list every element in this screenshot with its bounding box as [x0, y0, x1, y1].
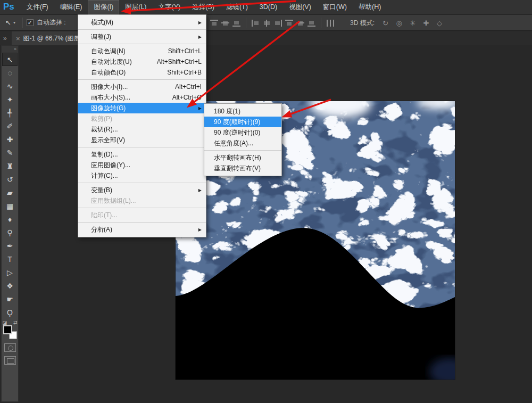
align-right-edges-icon[interactable]: [274, 20, 282, 27]
menu-filter[interactable]: 滤镜(T): [220, 0, 254, 14]
menu-item-calculations[interactable]: 计算(C)...: [78, 170, 206, 181]
menu-select[interactable]: 选择(S): [186, 0, 220, 14]
align-left-edges-icon[interactable]: [252, 20, 260, 27]
menu-edit[interactable]: 编辑(E): [54, 0, 88, 14]
zoom-tool[interactable]: Ϙ: [2, 306, 18, 319]
dodge-tool[interactable]: ⚲: [2, 226, 18, 239]
menu-window[interactable]: 窗口(W): [317, 0, 353, 14]
history-brush-tool[interactable]: ↺: [2, 172, 18, 186]
alignment-controls: 3D 模式: ↻ ◎ ✳ ✚ ◇: [209, 15, 445, 31]
align-top-edges-icon[interactable]: [210, 20, 218, 27]
3d-drag-icon[interactable]: ✳: [410, 19, 415, 27]
distribute-top-edges-icon[interactable]: [285, 20, 293, 27]
clone-stamp-tool[interactable]: ♜: [2, 159, 18, 172]
tools-collapse-icon[interactable]: »: [2, 46, 18, 53]
menu-bar: Ps 文件(F) 编辑(E) 图像(I) 图层(L) 文字(Y) 选择(S) 滤…: [0, 0, 532, 14]
eraser-tool-icon: ▰: [7, 188, 13, 197]
menu-item-canvas-size[interactable]: 画布大小(S)... Alt+Ctrl+C: [78, 92, 206, 103]
menu-image[interactable]: 图像(I): [88, 0, 119, 14]
history-brush-tool-icon: ↺: [7, 175, 13, 184]
type-tool[interactable]: T: [2, 252, 18, 266]
menu-item-label: 应用图像(Y)...: [91, 161, 130, 170]
menu-item-label: 裁切(R)...: [91, 125, 118, 134]
menu-3d[interactable]: 3D(D): [254, 1, 283, 13]
menu-item-reveal-all[interactable]: 显示全部(V): [78, 135, 206, 145]
move-tool-preset[interactable]: ↖ ▾: [0, 19, 19, 27]
gradient-tool[interactable]: ▦: [2, 199, 18, 212]
menu-item-image-rotation[interactable]: 图像旋转(G) ▶: [78, 103, 206, 113]
crop-tool[interactable]: ╃: [2, 106, 18, 119]
menu-item-variables[interactable]: 变量(B) ▶: [78, 185, 206, 195]
quick-selection-tool-icon: ✦: [7, 95, 13, 104]
quick-mask-button[interactable]: [4, 343, 16, 352]
menu-item-mode[interactable]: 模式(M) ▶: [78, 17, 206, 28]
3d-roll-icon[interactable]: ◎: [396, 19, 402, 27]
submenu-item-90-ccw[interactable]: 90 度(逆时针)(0): [204, 127, 281, 138]
custom-shape-tool[interactable]: ❖: [2, 279, 18, 292]
submenu-item-flip-horizontal[interactable]: 水平翻转画布(H): [204, 152, 281, 163]
menu-help[interactable]: 帮助(H): [353, 0, 387, 14]
menu-view[interactable]: 视图(V): [283, 0, 317, 14]
menu-item-duplicate[interactable]: 复制(D)...: [78, 149, 206, 160]
menu-item-image-size[interactable]: 图像大小(I)... Alt+Ctrl+I: [78, 81, 206, 92]
marquee-tool[interactable]: ◌: [2, 66, 18, 79]
menu-item-shortcut: Alt+Ctrl+C: [172, 94, 202, 101]
path-selection-tool[interactable]: ▷: [2, 266, 18, 279]
menu-item-label: 画布大小(S)...: [91, 93, 130, 102]
auto-select-checkbox[interactable]: ✓: [27, 19, 34, 26]
menu-item-apply-data-set: 应用数据组(L)...: [78, 195, 206, 206]
menu-item-analysis[interactable]: 分析(A) ▶: [78, 224, 206, 235]
submenu-item-arbitrary[interactable]: 任意角度(A)...: [204, 138, 281, 149]
quick-selection-tool[interactable]: ✦: [2, 93, 18, 106]
image-rotation-submenu: 180 度(1) 90 度(顺时针)(9) 90 度(逆时针)(0) 任意角度(…: [204, 103, 282, 176]
brush-tool-icon: ✎: [7, 149, 13, 157]
screen-mode-button[interactable]: [4, 356, 16, 365]
submenu-item-flip-vertical[interactable]: 垂直翻转画布(V): [204, 163, 281, 174]
close-icon[interactable]: ×: [16, 35, 20, 43]
menu-item-shortcut: Alt+Shift+Ctrl+L: [157, 58, 202, 65]
marquee-tool-icon: ◌: [7, 69, 12, 77]
menu-item-label: 任意角度(A)...: [214, 139, 253, 148]
3d-slide-icon[interactable]: ✚: [423, 19, 429, 27]
default-colors-icon[interactable]: ◪: [3, 320, 7, 325]
eraser-tool[interactable]: ▰: [2, 186, 18, 199]
distribute-bottom-edges-icon[interactable]: [307, 20, 315, 27]
menu-type[interactable]: 文字(Y): [153, 0, 187, 14]
menu-item-auto-contrast[interactable]: 自动对比度(U) Alt+Shift+Ctrl+L: [78, 56, 206, 67]
menu-item-label: 图像旋转(G): [91, 104, 126, 113]
submenu-item-90-cw[interactable]: 90 度(顺时针)(9): [204, 117, 281, 127]
submenu-item-180[interactable]: 180 度(1): [204, 106, 281, 117]
menu-item-apply-image[interactable]: 应用图像(Y)...: [78, 160, 206, 170]
move-tool[interactable]: ↖: [2, 53, 18, 66]
align-bottom-edges-icon[interactable]: [232, 20, 240, 27]
menu-item-adjustments[interactable]: 调整(J) ▶: [78, 31, 206, 42]
menu-item-shortcut: Shift+Ctrl+B: [167, 69, 202, 76]
healing-brush-tool[interactable]: ✚: [2, 133, 18, 146]
divider: [246, 18, 246, 28]
menu-item-auto-tone[interactable]: 自动色调(N) Shift+Ctrl+L: [78, 46, 206, 56]
menu-item-label: 变量(B): [91, 186, 112, 195]
menu-file[interactable]: 文件(F): [21, 0, 54, 14]
swap-colors-icon[interactable]: ⇄: [13, 320, 18, 325]
menu-item-label: 自动颜色(O): [91, 68, 126, 77]
menu-item-trim[interactable]: 裁切(R)...: [78, 124, 206, 135]
tab-overflow-icon[interactable]: »: [3, 35, 7, 42]
foreground-color-swatch[interactable]: [3, 325, 12, 334]
distribute-horizontal-icon[interactable]: [327, 20, 335, 27]
3d-rotate-icon[interactable]: ↻: [383, 19, 388, 27]
menu-item-label: 应用数据组(L)...: [91, 196, 136, 205]
3d-scale-icon[interactable]: ◇: [437, 19, 442, 27]
align-vertical-centers-icon[interactable]: [221, 20, 229, 27]
eyedropper-tool[interactable]: ✐: [2, 119, 18, 133]
menu-item-auto-color[interactable]: 自动颜色(O) Shift+Ctrl+B: [78, 67, 206, 78]
pen-tool[interactable]: ✒: [2, 239, 18, 252]
align-horizontal-centers-icon[interactable]: [263, 20, 271, 27]
submenu-arrow-icon: ▶: [198, 35, 202, 39]
distribute-vertical-centers-icon[interactable]: [296, 20, 304, 27]
brush-tool[interactable]: ✎: [2, 146, 18, 159]
lasso-tool[interactable]: ∿: [2, 79, 18, 93]
submenu-arrow-icon: ▶: [198, 106, 202, 111]
hand-tool[interactable]: ☛: [2, 292, 18, 306]
menu-layer[interactable]: 图层(L): [119, 0, 152, 14]
blur-tool[interactable]: ♦: [2, 212, 18, 226]
